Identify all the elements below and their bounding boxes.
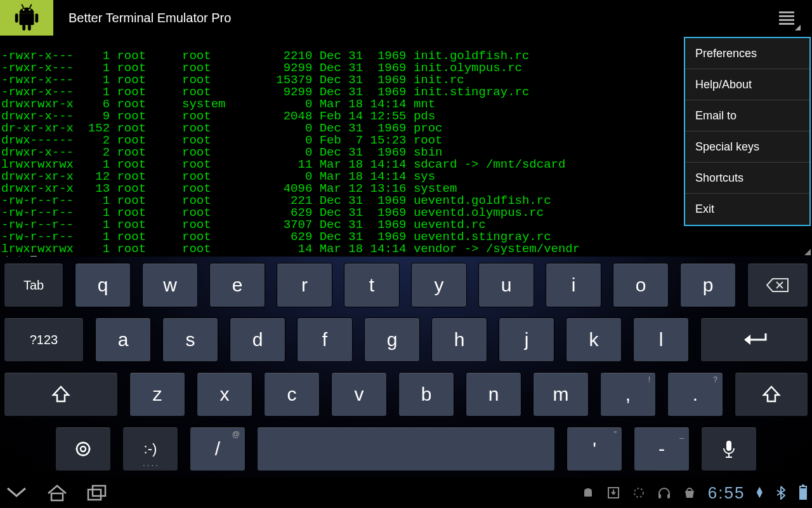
- svg-point-14: [82, 455, 84, 457]
- key-g[interactable]: g: [364, 318, 420, 362]
- svg-rect-0: [19, 13, 34, 25]
- navbar-right: 6:55 ▲▼: [581, 483, 807, 503]
- nav-home[interactable]: [46, 483, 69, 502]
- svg-rect-5: [15, 13, 18, 22]
- svg-line-2: [30, 4, 32, 8]
- key-t[interactable]: t: [344, 263, 400, 307]
- keyboard-row-1: Tab q w e r t y u i o p: [0, 263, 812, 307]
- svg-rect-7: [22, 25, 25, 31]
- key-e[interactable]: e: [209, 263, 265, 307]
- menu-item-preferences[interactable]: Preferences: [685, 38, 809, 69]
- menu-item-exit[interactable]: Exit: [685, 194, 809, 225]
- menu-item-help-about[interactable]: Help/About: [685, 69, 809, 100]
- key-dash[interactable]: -_: [634, 427, 690, 471]
- svg-rect-26: [658, 494, 661, 498]
- enter-icon: [740, 332, 768, 347]
- key-shift-right[interactable]: [735, 372, 808, 417]
- key-period[interactable]: .?: [667, 372, 723, 417]
- status-android-icon: [581, 486, 595, 500]
- overflow-menu-button[interactable]: [771, 5, 802, 30]
- key-j[interactable]: j: [499, 318, 554, 362]
- svg-rect-6: [35, 13, 38, 22]
- app-header: Better Terminal Emulator Pro: [0, 0, 812, 36]
- key-z[interactable]: z: [129, 372, 185, 417]
- key-u[interactable]: u: [478, 263, 534, 307]
- nav-hide-keyboard[interactable]: [5, 483, 28, 502]
- svg-rect-20: [51, 493, 63, 500]
- status-bluetooth-icon: [774, 486, 788, 500]
- svg-rect-27: [667, 494, 670, 498]
- status-store-icon: [683, 486, 697, 500]
- svg-point-3: [23, 9, 25, 11]
- key-p[interactable]: p: [680, 263, 736, 307]
- on-screen-keyboard: Tab q w e r t y u i o p ?123 a s d f g h…: [0, 257, 812, 478]
- key-tab[interactable]: Tab: [4, 263, 63, 307]
- key-w[interactable]: w: [142, 263, 198, 307]
- keyboard-row-2: ?123 a s d f g h j k l: [0, 318, 812, 362]
- key-emoji[interactable]: :-). . . .: [122, 427, 178, 471]
- key-v[interactable]: v: [331, 372, 387, 417]
- key-space[interactable]: [257, 427, 555, 471]
- svg-point-15: [76, 448, 78, 450]
- menu-item-shortcuts[interactable]: Shortcuts: [685, 163, 809, 194]
- navbar-left: [5, 483, 108, 502]
- svg-rect-22: [93, 486, 105, 496]
- status-clock: 6:55: [708, 483, 745, 503]
- key-c[interactable]: c: [264, 372, 320, 417]
- keyboard-row-3: z x c v b n m ,! .?: [0, 372, 812, 417]
- keyboard-row-4: :-). . . . /@ '" -_: [0, 427, 812, 471]
- svg-rect-17: [726, 441, 731, 451]
- key-slash[interactable]: /@: [190, 427, 246, 471]
- home-icon: [46, 483, 69, 502]
- key-voice[interactable]: [701, 427, 757, 471]
- svg-point-25: [634, 488, 643, 497]
- key-settings[interactable]: [55, 427, 111, 471]
- key-r[interactable]: r: [277, 263, 332, 307]
- key-d[interactable]: d: [230, 318, 285, 362]
- svg-rect-21: [88, 490, 101, 500]
- svg-point-11: [77, 443, 89, 455]
- svg-point-16: [89, 448, 91, 450]
- svg-point-12: [81, 446, 86, 451]
- key-s[interactable]: s: [162, 318, 218, 362]
- key-shift-left[interactable]: [4, 372, 118, 417]
- svg-line-1: [22, 4, 23, 8]
- key-f[interactable]: f: [297, 318, 353, 362]
- svg-point-4: [29, 9, 30, 11]
- android-icon: [11, 3, 42, 33]
- key-n[interactable]: n: [466, 372, 521, 417]
- status-battery-icon: [799, 486, 807, 500]
- key-apostrophe[interactable]: '": [566, 427, 622, 471]
- key-backspace[interactable]: [747, 263, 808, 307]
- backspace-icon: [766, 277, 789, 293]
- key-l[interactable]: l: [633, 318, 689, 362]
- key-y[interactable]: y: [411, 263, 467, 307]
- shift-icon: [51, 385, 70, 404]
- menu-item-email-to[interactable]: Email to: [685, 100, 809, 131]
- key-o[interactable]: o: [613, 263, 669, 307]
- key-x[interactable]: x: [197, 372, 252, 417]
- scroll-corner-icon: [804, 249, 811, 255]
- key-comma[interactable]: ,!: [600, 372, 656, 417]
- app-icon: [0, 0, 53, 36]
- key-q[interactable]: q: [75, 263, 131, 307]
- key-h[interactable]: h: [431, 318, 487, 362]
- menu-item-special-keys[interactable]: Special keys: [685, 131, 809, 163]
- svg-point-13: [82, 442, 84, 444]
- key-i[interactable]: i: [546, 263, 601, 307]
- recents-icon: [86, 484, 108, 502]
- key-k[interactable]: k: [566, 318, 622, 362]
- key-enter[interactable]: [700, 318, 808, 362]
- status-sync-icon: [632, 486, 646, 500]
- status-data-icon: ▲▼: [756, 488, 763, 498]
- nav-recents[interactable]: [86, 483, 108, 502]
- overflow-menu: Preferences Help/About Email to Special …: [684, 37, 811, 226]
- svg-rect-8: [28, 25, 31, 31]
- status-download-icon: [606, 486, 620, 500]
- key-b[interactable]: b: [398, 372, 454, 417]
- key-a[interactable]: a: [95, 318, 151, 362]
- key-symbols[interactable]: ?123: [4, 318, 84, 362]
- key-m[interactable]: m: [533, 372, 589, 417]
- svg-rect-23: [584, 491, 592, 497]
- system-navbar: 6:55 ▲▼: [0, 478, 812, 508]
